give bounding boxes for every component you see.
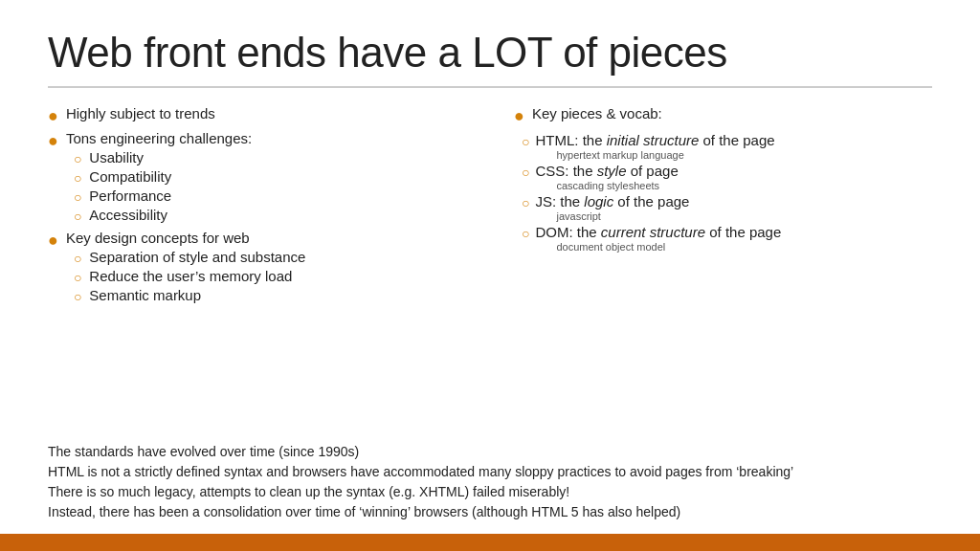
footer-line-1: The standards have evolved over time (si…: [48, 442, 932, 462]
right-item-content: HTML: the initial structure of the page …: [535, 132, 774, 161]
bullet-text: Key design concepts for web: [66, 230, 250, 246]
right-item-content: JS: the logic of the page javascript: [535, 193, 689, 222]
bullet-text: Highly subject to trends: [66, 105, 215, 121]
sub-item-text: Semantic markup: [89, 287, 201, 303]
item-text: CSS: the style of page: [535, 163, 678, 179]
title-area: Web front ends have a LOT of pieces: [0, 0, 980, 86]
divider: [48, 86, 932, 88]
bullet-dot-icon: ●: [48, 131, 58, 151]
list-item: ○ Semantic markup: [66, 287, 305, 304]
right-item-content: CSS: the style of page cascading stylesh…: [535, 163, 678, 191]
item-text: DOM: the current structure of the page: [535, 224, 781, 240]
list-item: ○ Usability: [66, 149, 252, 166]
item-sub-label: document object model: [556, 241, 781, 253]
open-circle-icon: ○: [74, 209, 81, 224]
list-item: ● Key design concepts for web ○ Separati…: [48, 230, 466, 306]
list-item: ○ Compatibility: [66, 168, 252, 186]
sub-item-text: Separation of style and substance: [89, 249, 305, 265]
right-item-row: CSS: the style of page: [535, 163, 678, 179]
list-item: ○ HTML: the initial structure of the pag…: [514, 132, 932, 161]
list-item: ○ Separation of style and substance: [66, 249, 305, 266]
list-item: ○ Performance: [66, 187, 252, 205]
content-area: ● Highly subject to trends ● Tons engine…: [0, 105, 980, 433]
open-circle-icon: ○: [74, 270, 81, 285]
item-text: JS: the logic of the page: [535, 193, 689, 209]
bullet-dot-icon: ●: [48, 231, 58, 251]
item-text: HTML: the initial structure of the page: [535, 132, 774, 148]
right-header: ● Key pieces & vocab:: [514, 105, 932, 126]
open-circle-icon: ○: [74, 251, 81, 266]
open-circle-icon: ○: [74, 289, 81, 304]
footer-line-4: Instead, there has been a consolidation …: [48, 502, 932, 522]
footer-line-3: There is so much legacy, attempts to cle…: [48, 482, 932, 502]
sub-item-text: Compatibility: [89, 168, 171, 185]
sub-item-text: Performance: [89, 187, 171, 204]
open-circle-icon: ○: [522, 134, 529, 149]
sub-item-text: Usability: [89, 149, 144, 165]
slide: Web front ends have a LOT of pieces ● Hi…: [0, 0, 980, 551]
item-sub-label: hypertext markup language: [556, 149, 774, 161]
list-item: ○ JS: the logic of the page javascript: [514, 193, 932, 222]
open-circle-icon: ○: [522, 226, 529, 241]
list-item: ○ CSS: the style of page cascading style…: [514, 163, 932, 191]
bottom-bar: [0, 534, 980, 551]
sub-list: ○ Separation of style and substance ○ Re…: [66, 249, 305, 304]
item-sub-label: cascading stylesheets: [556, 180, 678, 191]
open-circle-icon: ○: [522, 165, 529, 180]
bullet-with-sub: Key design concepts for web ○ Separation…: [66, 230, 305, 306]
bullet-with-sub: Tons engineering challenges: ○ Usability…: [66, 130, 252, 226]
open-circle-icon: ○: [74, 189, 81, 205]
item-sub-label: javascript: [556, 210, 689, 222]
open-circle-icon: ○: [74, 151, 81, 166]
list-item: ● Tons engineering challenges: ○ Usabili…: [48, 130, 466, 226]
open-circle-icon: ○: [74, 170, 81, 186]
right-header-text: Key pieces & vocab:: [532, 105, 662, 121]
sub-item-text: Reduce the user’s memory load: [89, 268, 292, 284]
footer-line-2: HTML is not a strictly defined syntax an…: [48, 462, 932, 482]
right-item-row: HTML: the initial structure of the page: [535, 132, 774, 148]
bullet-dot-icon: ●: [514, 106, 524, 126]
right-item-row: DOM: the current structure of the page: [535, 224, 781, 240]
bullet-text: Tons engineering challenges:: [66, 130, 252, 146]
footer-area: The standards have evolved over time (si…: [0, 432, 980, 534]
open-circle-icon: ○: [522, 195, 529, 210]
sub-item-text: Accessibility: [89, 207, 167, 223]
right-column: ● Key pieces & vocab: ○ HTML: the initia…: [504, 105, 932, 433]
left-bullet-list: ● Highly subject to trends ● Tons engine…: [48, 105, 466, 306]
list-item: ○ Accessibility: [66, 207, 252, 224]
list-item: ● Highly subject to trends: [48, 105, 466, 126]
right-items-list: ○ HTML: the initial structure of the pag…: [514, 132, 932, 253]
list-item: ○ DOM: the current structure of the page…: [514, 224, 932, 253]
left-column: ● Highly subject to trends ● Tons engine…: [48, 105, 485, 433]
right-item-row: JS: the logic of the page: [535, 193, 689, 209]
slide-title: Web front ends have a LOT of pieces: [48, 29, 932, 77]
sub-list: ○ Usability ○ Compatibility ○ Performanc…: [66, 149, 252, 224]
list-item: ○ Reduce the user’s memory load: [66, 268, 305, 285]
bullet-dot-icon: ●: [48, 106, 58, 126]
right-item-content: DOM: the current structure of the page d…: [535, 224, 781, 253]
